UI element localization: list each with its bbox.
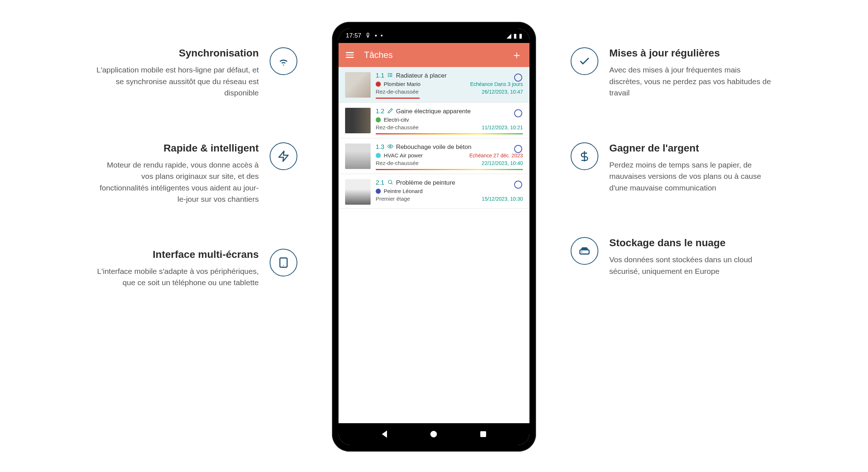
svg-point-3 [283, 265, 284, 266]
assignee-dot [376, 82, 381, 87]
app-title: Tâches [364, 50, 393, 60]
task-thumbnail [345, 143, 371, 169]
task-title: Radiateur à placer [396, 72, 447, 79]
task-status-ring[interactable] [514, 145, 522, 153]
task-assignee: HVAC Air power [384, 152, 423, 158]
feature-desc: Perdez moins de temps sans le papier, de… [609, 159, 775, 194]
task-number: 2.1 [376, 179, 384, 186]
card-icon: ▪ [375, 32, 377, 39]
feature-desc: Moteur de rendu rapide, vous donne accès… [93, 159, 259, 205]
feature-title: Interface multi-écrans [93, 249, 259, 260]
task-row[interactable]: 1.2 Gaine électrique apparente Electri-c… [339, 103, 529, 138]
task-thumbnail [345, 179, 371, 205]
menu-icon[interactable] [346, 52, 354, 58]
task-location: Rez-de-chaussée [376, 88, 419, 95]
feature-sync: Synchronisation L'application mobile est… [93, 47, 297, 99]
assignee-dot [376, 153, 381, 158]
app-toolbar: Tâches ＋ [339, 43, 529, 67]
feature-cloud: Stockage dans le nuage Vos données sont … [571, 237, 775, 277]
task-row[interactable]: 1.1 Radiateur à placer Plombier Mario Ec… [339, 67, 529, 103]
list-icon [387, 72, 393, 78]
task-title: Problème de peinture [396, 179, 455, 186]
phone-mockup: 17:57 🎙 ▪ • ◢ ▮ ▮ Tâches [327, 22, 541, 452]
task-timestamp: 26/12/2023, 10:47 [482, 89, 523, 95]
task-number: 1.1 [376, 72, 384, 79]
task-number: 1.3 [376, 143, 384, 151]
feature-desc: L'application mobile est hors-ligne par … [93, 64, 259, 99]
task-thumbnail [345, 72, 371, 98]
assignee-dot [376, 189, 381, 194]
svg-point-9 [388, 76, 388, 76]
wifi-icon [270, 47, 297, 75]
task-row[interactable]: 1.3 Rebouchage voile de béton HVAC Air p… [339, 138, 529, 174]
dollar-icon [571, 142, 598, 170]
task-list[interactable]: 1.1 Radiateur à placer Plombier Mario Ec… [339, 67, 529, 423]
feature-title: Rapide & intelligent [93, 142, 259, 154]
svg-line-12 [391, 183, 392, 184]
task-thumbnail [345, 108, 371, 133]
feature-updates: Mises à jour régulières Avec des mises à… [571, 47, 775, 99]
task-number: 1.2 [376, 108, 384, 115]
svg-marker-1 [279, 151, 288, 161]
android-navbar [339, 423, 529, 445]
task-progress [376, 98, 420, 99]
task-timestamp: 22/12/2023, 10:40 [482, 160, 523, 166]
feature-title: Stockage dans le nuage [609, 237, 775, 249]
svg-point-15 [582, 251, 583, 252]
tablet-icon [270, 249, 297, 276]
features-left-column: Synchronisation L'application mobile est… [93, 22, 297, 288]
feature-title: Synchronisation [93, 47, 259, 59]
svg-point-7 [388, 73, 388, 74]
task-timestamp: 15/12/2023, 10:30 [482, 196, 523, 202]
signal-dot: • [381, 32, 383, 39]
feature-money: Gagner de l'argent Perdez moins de temps… [571, 142, 775, 194]
feature-title: Gagner de l'argent [609, 142, 775, 154]
task-progress [376, 133, 523, 134]
signal-icon: ▮ [513, 32, 517, 40]
task-status-ring[interactable] [514, 109, 522, 117]
task-title: Rebouchage voile de béton [396, 143, 472, 151]
eye-icon [387, 143, 393, 149]
pencil-icon [387, 108, 393, 114]
feature-desc: L'interface mobile s'adapte à vos périph… [93, 266, 259, 288]
task-location: Rez-de-chaussée [376, 124, 419, 130]
task-status-ring[interactable] [514, 74, 522, 82]
task-location: Premier étage [376, 196, 410, 202]
task-due: Echéance Dans 3 jours [470, 81, 523, 87]
svg-point-11 [388, 180, 391, 184]
feature-fast: Rapide & intelligent Moteur de rendu rap… [93, 142, 297, 205]
svg-rect-14 [580, 250, 589, 254]
wifi-status-icon: ◢ [507, 32, 511, 40]
task-progress [376, 169, 523, 170]
task-title: Gaine électrique apparente [396, 108, 471, 115]
battery-icon: ▮ [519, 32, 522, 40]
feature-desc: Vos données sont stockées dans un cloud … [609, 254, 775, 277]
svg-point-10 [390, 146, 391, 147]
nav-home-icon[interactable] [430, 431, 437, 437]
nav-back-icon[interactable] [382, 430, 387, 438]
task-status-ring[interactable] [514, 181, 522, 189]
task-timestamp: 11/12/2023, 10:21 [482, 125, 523, 130]
phone-notch [430, 34, 438, 42]
features-right-column: Mises à jour régulières Avec des mises à… [571, 22, 775, 277]
add-button[interactable]: ＋ [511, 48, 522, 63]
feature-desc: Avec des mises à jour fréquentes mais di… [609, 64, 775, 99]
feature-title: Mises à jour régulières [609, 47, 775, 59]
cloud-icon [571, 237, 598, 265]
task-assignee: Electri-citv [384, 117, 409, 123]
check-icon [571, 47, 598, 75]
statusbar-time: 17:57 [346, 32, 361, 39]
mic-icon: 🎙 [365, 32, 371, 39]
task-assignee: Peintre Léonard [384, 188, 423, 194]
nav-recent-icon[interactable] [480, 431, 486, 437]
search-icon [387, 179, 393, 185]
feature-multiscreen: Interface multi-écrans L'interface mobil… [93, 249, 297, 288]
task-location: Rez-de-chaussée [376, 160, 419, 166]
task-row[interactable]: 2.1 Problème de peinture Peintre Léonard… [339, 174, 529, 209]
bolt-icon [270, 142, 297, 170]
task-assignee: Plombier Mario [384, 81, 421, 87]
svg-point-0 [283, 64, 284, 66]
assignee-dot [376, 117, 381, 122]
svg-point-8 [388, 75, 388, 75]
task-due: Echéance 27 déc. 2023 [469, 153, 523, 158]
